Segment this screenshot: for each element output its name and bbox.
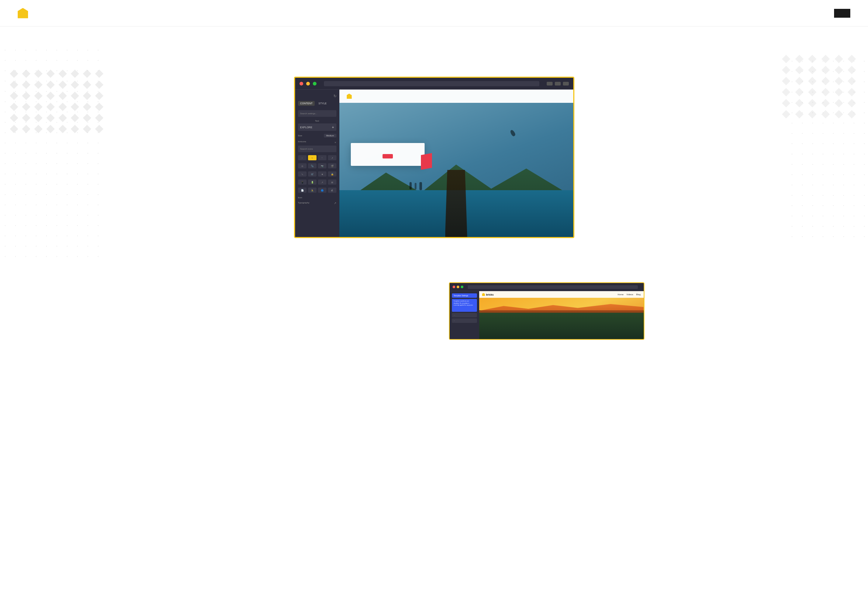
icon-grid-row-4: 📱 🔋 ↗ ⊞ <box>298 179 336 185</box>
topbar-icon-2 <box>555 82 561 85</box>
sidebar-explore-text: EXPLORE <box>300 126 312 129</box>
window-expand-dot <box>313 82 316 85</box>
logo-icon <box>18 8 28 18</box>
mockup-container: ↻ CONTENT STYLE Search settings... Text <box>294 77 575 238</box>
s2-address-bar <box>468 285 638 289</box>
s2-nav-blog: Blog <box>636 293 640 295</box>
sidebar-text-label: Text <box>298 120 336 122</box>
window-close-dot <box>299 82 303 85</box>
icon-lock[interactable]: 🔒 <box>328 171 336 177</box>
sidebar-typography-label: Typography <box>298 202 310 204</box>
s2-mountains <box>479 303 644 313</box>
get-bricks-button[interactable] <box>834 9 850 18</box>
sidebar-icon-label: Icon <box>298 197 302 198</box>
sidebar-size-label: Size <box>298 135 303 137</box>
icon-grid-row-2: ⊙ 📎 📷 🎬 <box>298 163 336 168</box>
icon-down[interactable]: ↓ <box>298 155 307 160</box>
icon-bluetooth[interactable]: 🔵 <box>318 188 327 193</box>
builder-preview <box>339 89 573 237</box>
s2-preview-logo: bricks <box>482 293 494 296</box>
s2-nav-videos: Videos <box>626 293 633 295</box>
icon-grid-row-3: ⤡ 🛒 ★ 🔒 <box>298 171 336 177</box>
s2-warning-text: Template conditions are disabled. No tem… <box>454 300 475 306</box>
s2-gray-text-1: ··· <box>454 314 475 316</box>
hero-section: document.currentScript.insertAdjacentHTM… <box>0 27 868 260</box>
nav-actions <box>825 9 850 18</box>
mockup-topbar <box>295 78 573 89</box>
sidebar-size-row: Size Medium <box>298 134 336 138</box>
icon-star[interactable]: ★ <box>318 171 327 177</box>
section-2-body: Template Settings Template conditions ar… <box>450 291 644 339</box>
s2-dot-yellow <box>457 286 459 288</box>
preview-card <box>351 143 424 166</box>
preview-diver <box>511 130 515 136</box>
address-bar <box>324 81 539 86</box>
s2-template-settings: Template Settings <box>452 293 477 298</box>
s2-dot-green <box>461 286 463 288</box>
topbar-icon-1 <box>547 82 553 85</box>
icon-grid-row-1: ↓ → ↑ ↗ <box>298 155 336 160</box>
s2-template-warning: Template conditions are disabled. No tem… <box>452 299 477 312</box>
icon-paperclip[interactable]: 📎 <box>308 163 316 168</box>
s2-nav-links: Home Videos Blog <box>617 293 640 295</box>
preview-pier <box>445 170 467 237</box>
icon-film[interactable]: 🎬 <box>328 163 336 168</box>
window-minimize-dot <box>306 82 310 85</box>
section-2-mockup: Template Settings Template conditions ar… <box>449 282 645 340</box>
icon-battery[interactable]: 🔋 <box>308 179 316 185</box>
sidebar-tab-content[interactable]: CONTENT <box>298 101 315 106</box>
icon-grid[interactable]: ⊞ <box>328 179 336 185</box>
preview-logo-icon <box>347 94 352 99</box>
sidebar-icons-search-text: Search icons <box>300 148 313 150</box>
icon-up[interactable]: ↑ <box>318 155 327 160</box>
sidebar-explore-btn[interactable]: EXPLORE + <box>298 123 336 131</box>
builder-sidebar: ↻ CONTENT STYLE Search settings... Text <box>295 89 339 237</box>
icon-resize[interactable]: ⤡ <box>298 171 307 177</box>
sidebar-tab-style[interactable]: STYLE <box>316 101 329 106</box>
icon-phone[interactable]: 📱 <box>298 179 307 185</box>
navbar <box>0 0 868 27</box>
sidebar-size-value: Medium <box>324 134 336 138</box>
logo-link[interactable] <box>18 8 31 18</box>
preview-navbar <box>339 89 573 103</box>
browser-mockup: ↻ CONTENT STYLE Search settings... Text <box>294 77 575 238</box>
s2-gray-item-2: ··· <box>452 318 477 323</box>
s2-logo-icon <box>482 293 485 296</box>
s2-nav-home: Home <box>617 293 623 295</box>
section-2-topbar <box>450 283 644 291</box>
preview-logo <box>347 94 354 99</box>
s2-preview: bricks Home Videos Blog <box>479 291 644 339</box>
s2-template-text: Template Settings <box>454 294 475 297</box>
s2-gray-item-1: ··· <box>452 313 477 317</box>
icon-share[interactable]: ↗ <box>318 179 327 185</box>
section-2-text <box>224 282 420 307</box>
s2-gray-text-2: ··· <box>454 320 475 322</box>
icon-grid-row-5: 📄 🚴 🔵 🖨 <box>298 188 336 193</box>
preview-hero-area <box>339 103 573 237</box>
hero-content: ↻ CONTENT STYLE Search settings... Text <box>18 77 850 238</box>
sidebar-search-field: Search settings... <box>298 110 336 117</box>
preview-explore-button[interactable] <box>383 154 393 159</box>
s2-sidebar: Template Settings Template conditions ar… <box>450 291 479 339</box>
icon-print[interactable]: 🖨 <box>328 188 336 193</box>
sidebar-search-text: Search settings... <box>300 112 317 115</box>
sidebar-tabs: CONTENT STYLE <box>298 101 336 106</box>
icon-right-selected[interactable]: → <box>308 155 316 160</box>
topbar-icon-3 <box>563 82 569 85</box>
s2-logo-text: bricks <box>486 293 494 296</box>
icon-doc[interactable]: 📄 <box>298 188 307 193</box>
icon-cart[interactable]: 🛒 <box>308 171 316 177</box>
icon-bike[interactable]: 🚴 <box>308 188 316 193</box>
mockup-body: ↻ CONTENT STYLE Search settings... Text <box>295 89 573 237</box>
sidebar-explore-plus-icon: + <box>332 125 334 129</box>
s2-preview-nav: bricks Home Videos Blog <box>479 291 644 298</box>
icon-target[interactable]: ⊙ <box>298 163 307 168</box>
sidebar-icons-search: Search icons <box>298 145 336 152</box>
icon-left[interactable]: ↗ <box>328 155 336 160</box>
s2-ground <box>479 310 644 339</box>
icon-camera[interactable]: 📷 <box>318 163 327 168</box>
preview-red-bar <box>421 153 432 170</box>
section-2-screenshot-wrapper: Template Settings Template conditions ar… <box>449 282 645 340</box>
section-2: Template Settings Template conditions ar… <box>195 260 674 355</box>
s2-dot-red <box>453 286 455 288</box>
